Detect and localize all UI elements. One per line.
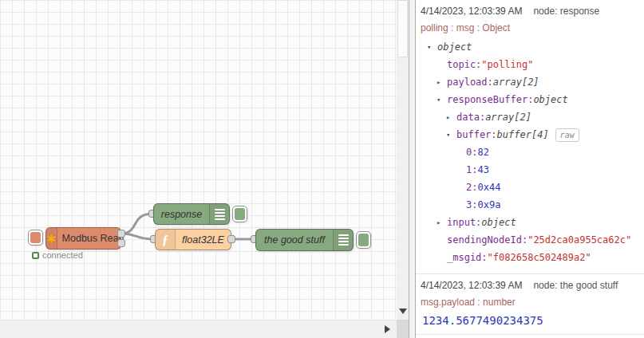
node-the-good-stuff[interactable]: the good stuff [255, 229, 354, 251]
debug-message-header: 4/14/2023, 12:03:39 AM node: the good st… [421, 280, 639, 291]
debug-icon [333, 230, 353, 250]
collapse-icon[interactable]: ▾ [427, 38, 437, 56]
debug-tree-row: 2: 0x44 [421, 179, 639, 196]
object-value-type: array[2] [493, 73, 539, 91]
node-response[interactable]: response [153, 203, 230, 225]
modbus-inject-button[interactable] [28, 230, 43, 246]
response-toggle-fill [235, 208, 245, 220]
debug-source-node[interactable]: node: the good stuff [533, 280, 618, 291]
object-value-type: object [481, 214, 516, 231]
goodstuff-debug-toggle-button[interactable] [356, 231, 371, 249]
horizontal-scrollbar[interactable] [0, 320, 397, 338]
scroll-right-icon[interactable] [385, 325, 390, 333]
object-value-string: "polling" [481, 56, 533, 73]
debug-timestamp: 4/14/2023, 12:03:39 AM [421, 6, 522, 17]
scroll-down-icon[interactable] [399, 309, 407, 314]
object-key: 3: [466, 196, 477, 214]
debug-tree-row: topic: "polling" [421, 56, 639, 73]
collapse-icon[interactable]: ▾ [446, 126, 456, 143]
modbus-status: connected [32, 250, 83, 260]
wires-layer [0, 0, 397, 338]
debug-tree-row: _msgid: "f082658c502489a2" [421, 249, 639, 266]
vertical-scrollbar[interactable] [397, 0, 409, 338]
modbus-output-port-1[interactable] [117, 230, 125, 238]
object-key: topic: [447, 56, 481, 73]
debug-tree-row: ▸input: object [421, 214, 639, 231]
debug-tree-row: ▾responseBuffer: object [421, 91, 639, 108]
debug-tree-row: ▸payload: array[2] [421, 73, 639, 91]
debug-message-meta: polling : msg : Object [421, 22, 639, 33]
vertical-scrollbar-thumb[interactable] [397, 0, 408, 57]
expand-icon[interactable]: ▸ [446, 108, 456, 126]
float32le-node-label: float32LE [176, 230, 231, 250]
debug-timestamp: 4/14/2023, 12:03:39 AM [421, 280, 522, 291]
float32le-output-port[interactable] [227, 235, 235, 243]
object-key: 0: [466, 143, 477, 161]
goodstuff-toggle-fill [358, 234, 369, 246]
object-value-string: "25d2ca0a955ca62c" [527, 231, 631, 249]
debug-message-goodstuff: 4/14/2023, 12:03:39 AM node: the good st… [416, 274, 644, 335]
raw-button[interactable]: raw [555, 128, 579, 142]
flow-canvas[interactable]: ✱ Modbus Read connected response ƒ flo [0, 0, 397, 338]
object-value-type: object [533, 91, 567, 108]
node-modbus-read[interactable]: ✱ Modbus Read [45, 227, 121, 250]
object-key: sendingNodeId: [447, 231, 527, 249]
object-value-type: array[2] [485, 108, 531, 126]
scrollbar-corner [397, 320, 409, 338]
object-value-number: 43 [477, 161, 488, 179]
object-key: 2: [466, 179, 477, 196]
object-value-type: buffer[4] [497, 126, 549, 143]
node-float32le[interactable]: ƒ float32LE [155, 229, 231, 250]
object-key: input: [447, 214, 481, 231]
debug-tree-row: ▾object [421, 38, 639, 56]
debug-message-response: 4/14/2023, 12:03:39 AM node: response po… [416, 0, 644, 274]
object-value-number: 82 [477, 143, 488, 161]
object-key: _msgid: [447, 249, 488, 266]
status-text: connected [42, 250, 83, 260]
modbus-icon: ✱ [46, 228, 57, 249]
goodstuff-node-label: the good stuff [256, 230, 333, 250]
debug-object-tree: ▾objecttopic: "polling"▸payload: array[2… [421, 38, 639, 266]
object-key: buffer: [456, 126, 497, 143]
expand-icon[interactable]: ▸ [437, 73, 447, 91]
debug-message-header: 4/14/2023, 12:03:39 AM node: response [421, 6, 639, 17]
modbus-inject-button-fill [30, 232, 41, 243]
object-key: 1: [466, 161, 477, 179]
debug-tree-row: ▾buffer: buffer[4]raw [421, 126, 639, 143]
collapse-icon[interactable]: ▾ [437, 91, 447, 108]
object-value-number: 0x9a [477, 196, 500, 214]
response-node-label: response [154, 204, 209, 224]
sidebar-splitter[interactable] [409, 0, 416, 338]
debug-tree-row: 1: 43 [421, 161, 639, 179]
function-icon: ƒ [156, 230, 176, 250]
object-key: data: [456, 108, 485, 126]
debug-sidebar[interactable]: 4/14/2023, 12:03:39 AM node: response po… [416, 0, 644, 338]
debug-message-meta: msg.payload : number [421, 297, 639, 308]
debug-tree-row: ▸data: array[2] [421, 108, 639, 126]
object-value-type: object [437, 38, 472, 56]
debug-source-node[interactable]: node: response [533, 6, 599, 17]
object-key: responseBuffer: [447, 91, 533, 108]
debug-icon [209, 204, 229, 224]
node-red-window: ✱ Modbus Read connected response ƒ flo [0, 0, 644, 338]
object-value-number: 0x44 [477, 179, 500, 196]
object-key: payload: [447, 73, 493, 91]
debug-payload-value: 1234.5677490234375 [421, 314, 639, 327]
debug-tree-row: 3: 0x9a [421, 196, 639, 214]
response-debug-toggle-button[interactable] [232, 206, 247, 222]
object-value-string: "f082658c502489a2" [488, 249, 591, 266]
debug-tree-row: sendingNodeId: "25d2ca0a955ca62c" [421, 231, 639, 249]
status-connected-icon [32, 252, 39, 259]
expand-icon[interactable]: ▸ [437, 214, 447, 231]
modbus-output-port-2[interactable] [117, 239, 125, 247]
debug-tree-row: 0: 82 [421, 143, 639, 161]
